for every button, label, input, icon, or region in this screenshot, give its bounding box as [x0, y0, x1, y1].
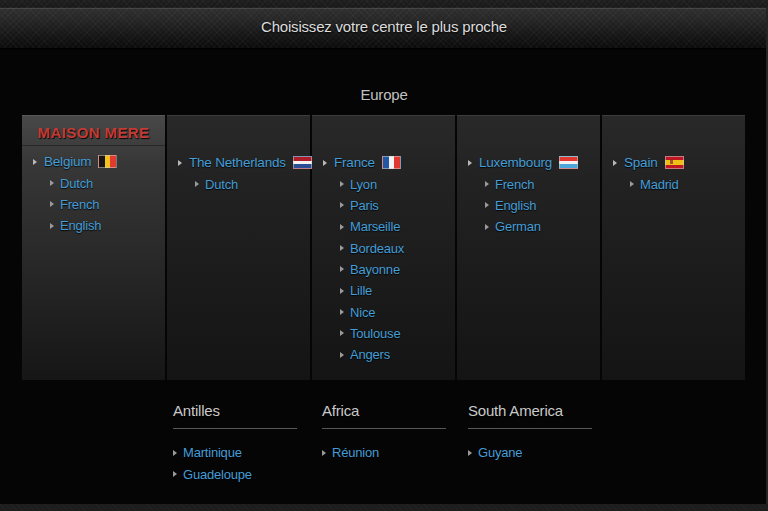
country-row: The Netherlands [167, 152, 310, 173]
centre-row: Madrid [602, 173, 745, 194]
centre-link-french[interactable]: French [60, 197, 99, 212]
arrow-right-icon [50, 223, 54, 229]
centre-row: Marseille [312, 216, 455, 237]
centre-link-lille[interactable]: Lille [350, 283, 372, 298]
centre-row: Martinique [173, 442, 297, 463]
country-column-belgium: MAISON MEREBelgiumDutchFrenchEnglish [22, 115, 165, 380]
netherlands-flag-icon [293, 156, 312, 169]
arrow-right-icon [50, 201, 54, 207]
centre-link-bordeaux[interactable]: Bordeaux [350, 241, 404, 256]
centre-row: Réunion [322, 442, 446, 463]
centre-row: Lille [312, 280, 455, 301]
centre-row: Lyon [312, 173, 455, 194]
centre-row: French [22, 194, 165, 215]
region-centre-list: Guyane [468, 442, 592, 463]
europe-columns: MAISON MEREBelgiumDutchFrenchEnglishThe … [22, 115, 745, 380]
region-block-south-america: South AmericaGuyane [468, 402, 592, 463]
centre-link-marseille[interactable]: Marseille [350, 219, 400, 234]
centre-link-bayonne[interactable]: Bayonne [350, 262, 400, 277]
country-list: BelgiumDutchFrenchEnglish [22, 151, 165, 236]
europe-region-title: Europe [0, 86, 768, 103]
centre-row: Angers [312, 344, 455, 365]
france-flag-icon [382, 156, 401, 169]
centre-row: English [457, 195, 600, 216]
country-column-the-netherlands: The NetherlandsDutch [167, 115, 310, 380]
region-heading: South America [468, 402, 592, 429]
window-bottom-bar [0, 504, 768, 511]
page-title: Choisissez votre centre le plus proche [0, 18, 768, 35]
centre-link-dutch[interactable]: Dutch [205, 177, 238, 192]
country-link-france[interactable]: France [334, 155, 375, 170]
centre-link-english[interactable]: English [60, 218, 101, 233]
centre-row: Guadeloupe [173, 463, 297, 484]
region-heading: Africa [322, 402, 446, 429]
arrow-right-icon [340, 309, 344, 315]
arrow-right-icon [173, 471, 177, 477]
arrow-right-icon [485, 181, 489, 187]
country-column-luxembourg: LuxembourgFrenchEnglishGerman [457, 115, 600, 380]
arrow-right-icon [613, 160, 617, 166]
country-link-the-netherlands[interactable]: The Netherlands [189, 155, 286, 170]
country-link-luxembourg[interactable]: Luxembourg [479, 155, 552, 170]
centre-link-dutch[interactable]: Dutch [60, 176, 93, 191]
centre-row: Guyane [468, 442, 592, 463]
centre-link-english[interactable]: English [495, 198, 536, 213]
centre-row: German [457, 216, 600, 237]
centre-link-french[interactable]: French [495, 177, 534, 192]
arrow-right-icon [323, 160, 327, 166]
centre-row: Paris [312, 195, 455, 216]
centre-link-guadeloupe[interactable]: Guadeloupe [183, 467, 252, 482]
arrow-right-icon [340, 224, 344, 230]
centre-row: Bayonne [312, 259, 455, 280]
country-list: LuxembourgFrenchEnglishGerman [457, 152, 600, 237]
arrow-right-icon [173, 450, 177, 456]
centre-row: Nice [312, 301, 455, 322]
centre-link-german[interactable]: German [495, 219, 541, 234]
region-block-antilles: AntillesMartiniqueGuadeloupe [173, 402, 297, 485]
arrow-right-icon [178, 160, 182, 166]
arrow-right-icon [195, 181, 199, 187]
arrow-right-icon [50, 180, 54, 186]
country-row: Belgium [22, 151, 165, 172]
centre-link-toulouse[interactable]: Toulouse [350, 326, 400, 341]
arrow-right-icon [340, 202, 344, 208]
country-column-france: FranceLyonParisMarseilleBordeauxBayonneL… [312, 115, 455, 380]
centre-link-paris[interactable]: Paris [350, 198, 379, 213]
country-link-belgium[interactable]: Belgium [44, 154, 91, 169]
region-block-africa: AfricaRéunion [322, 402, 446, 463]
centre-link-lyon[interactable]: Lyon [350, 177, 377, 192]
arrow-right-icon [322, 450, 326, 456]
centre-link-madrid[interactable]: Madrid [640, 177, 679, 192]
arrow-right-icon [468, 160, 472, 166]
country-list: FranceLyonParisMarseilleBordeauxBayonneL… [312, 152, 455, 365]
region-centre-list: MartiniqueGuadeloupe [173, 442, 297, 485]
maison-mere-label: MAISON MERE [22, 116, 165, 146]
arrow-right-icon [33, 159, 37, 165]
centre-link-r-union[interactable]: Réunion [332, 445, 379, 460]
belgium-flag-icon [98, 155, 117, 168]
centre-link-guyane[interactable]: Guyane [478, 445, 522, 460]
centre-link-angers[interactable]: Angers [350, 347, 390, 362]
centre-row: English [22, 215, 165, 236]
centre-row: Toulouse [312, 323, 455, 344]
region-centre-list: Réunion [322, 442, 446, 463]
arrow-right-icon [485, 224, 489, 230]
country-row: France [312, 152, 455, 173]
header-bar: Choisissez votre centre le plus proche [0, 0, 768, 49]
luxembourg-flag-icon [559, 156, 578, 169]
spain-flag-icon [665, 156, 684, 169]
country-row: Spain [602, 152, 745, 173]
country-link-spain[interactable]: Spain [624, 155, 658, 170]
country-column-spain: SpainMadrid [602, 115, 745, 380]
arrow-right-icon [340, 352, 344, 358]
centre-row: Dutch [22, 172, 165, 193]
arrow-right-icon [340, 288, 344, 294]
country-row: Luxembourg [457, 152, 600, 173]
centre-link-martinique[interactable]: Martinique [183, 445, 242, 460]
arrow-right-icon [630, 181, 634, 187]
arrow-right-icon [340, 245, 344, 251]
arrow-right-icon [340, 266, 344, 272]
centre-link-nice[interactable]: Nice [350, 305, 375, 320]
arrow-right-icon [468, 450, 472, 456]
arrow-right-icon [485, 202, 489, 208]
